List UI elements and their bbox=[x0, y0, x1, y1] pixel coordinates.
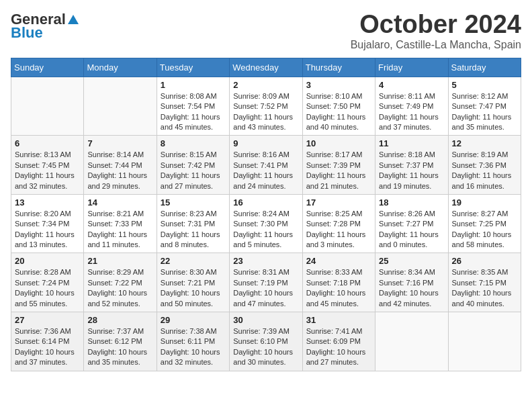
calendar-cell: 27Sunrise: 7:36 AM Sunset: 6:14 PM Dayli… bbox=[11, 312, 84, 371]
cell-info: Sunrise: 8:23 AM Sunset: 7:31 PM Dayligh… bbox=[161, 209, 226, 250]
calendar-cell: 21Sunrise: 8:29 AM Sunset: 7:22 PM Dayli… bbox=[84, 253, 157, 312]
day-number: 4 bbox=[379, 80, 444, 90]
calendar-cell bbox=[448, 312, 521, 371]
day-number: 3 bbox=[306, 80, 371, 90]
calendar-cell bbox=[84, 77, 157, 136]
location-title: Bujalaro, Castille-La Mancha, Spain bbox=[351, 39, 521, 51]
calendar-cell: 2Sunrise: 8:09 AM Sunset: 7:52 PM Daylig… bbox=[230, 77, 302, 136]
cell-info: Sunrise: 8:35 AM Sunset: 7:15 PM Dayligh… bbox=[452, 267, 517, 309]
calendar-cell: 17Sunrise: 8:25 AM Sunset: 7:28 PM Dayli… bbox=[302, 194, 375, 253]
day-number: 2 bbox=[233, 80, 298, 90]
cell-info: Sunrise: 8:09 AM Sunset: 7:52 PM Dayligh… bbox=[233, 91, 298, 133]
week-row-3: 13Sunrise: 8:20 AM Sunset: 7:34 PM Dayli… bbox=[11, 194, 521, 253]
weekday-header-friday: Friday bbox=[375, 58, 448, 77]
day-number: 22 bbox=[161, 256, 226, 266]
day-number: 1 bbox=[161, 80, 226, 90]
calendar-cell: 12Sunrise: 8:19 AM Sunset: 7:36 PM Dayli… bbox=[448, 136, 521, 195]
calendar-cell: 22Sunrise: 8:30 AM Sunset: 7:21 PM Dayli… bbox=[157, 253, 229, 312]
day-number: 13 bbox=[15, 197, 80, 208]
calendar-cell: 25Sunrise: 8:34 AM Sunset: 7:16 PM Dayli… bbox=[375, 253, 448, 312]
logo-arrow-icon bbox=[67, 13, 79, 26]
day-number: 10 bbox=[306, 138, 371, 148]
day-number: 23 bbox=[233, 256, 298, 266]
cell-info: Sunrise: 7:38 AM Sunset: 6:11 PM Dayligh… bbox=[161, 326, 226, 368]
cell-info: Sunrise: 8:34 AM Sunset: 7:16 PM Dayligh… bbox=[379, 267, 444, 309]
month-title: October 2024 bbox=[351, 11, 521, 39]
cell-info: Sunrise: 8:10 AM Sunset: 7:50 PM Dayligh… bbox=[306, 91, 371, 133]
calendar-cell: 31Sunrise: 7:41 AM Sunset: 6:09 PM Dayli… bbox=[302, 312, 375, 371]
week-row-4: 20Sunrise: 8:28 AM Sunset: 7:24 PM Dayli… bbox=[11, 253, 521, 312]
calendar-cell: 24Sunrise: 8:33 AM Sunset: 7:18 PM Dayli… bbox=[302, 253, 375, 312]
calendar-cell bbox=[11, 77, 84, 136]
weekday-header-row: SundayMondayTuesdayWednesdayThursdayFrid… bbox=[11, 58, 521, 77]
day-number: 17 bbox=[306, 197, 371, 208]
cell-info: Sunrise: 8:13 AM Sunset: 7:45 PM Dayligh… bbox=[15, 150, 80, 191]
calendar-cell: 9Sunrise: 8:16 AM Sunset: 7:41 PM Daylig… bbox=[230, 136, 302, 195]
logo-blue: Blue bbox=[11, 24, 43, 42]
calendar-cell: 13Sunrise: 8:20 AM Sunset: 7:34 PM Dayli… bbox=[11, 194, 84, 253]
day-number: 24 bbox=[306, 256, 371, 266]
calendar-cell: 29Sunrise: 7:38 AM Sunset: 6:11 PM Dayli… bbox=[157, 312, 229, 371]
calendar-cell: 20Sunrise: 8:28 AM Sunset: 7:24 PM Dayli… bbox=[11, 253, 84, 312]
calendar-cell: 5Sunrise: 8:12 AM Sunset: 7:47 PM Daylig… bbox=[448, 77, 521, 136]
day-number: 14 bbox=[87, 197, 152, 208]
calendar-cell: 3Sunrise: 8:10 AM Sunset: 7:50 PM Daylig… bbox=[302, 77, 375, 136]
weekday-header-wednesday: Wednesday bbox=[230, 58, 302, 77]
cell-info: Sunrise: 8:28 AM Sunset: 7:24 PM Dayligh… bbox=[15, 267, 80, 309]
cell-info: Sunrise: 8:14 AM Sunset: 7:44 PM Dayligh… bbox=[87, 150, 152, 191]
cell-info: Sunrise: 8:31 AM Sunset: 7:19 PM Dayligh… bbox=[233, 267, 298, 309]
day-number: 20 bbox=[15, 256, 80, 266]
weekday-header-saturday: Saturday bbox=[448, 58, 521, 77]
day-number: 11 bbox=[379, 138, 444, 148]
day-number: 18 bbox=[379, 197, 444, 208]
cell-info: Sunrise: 8:33 AM Sunset: 7:18 PM Dayligh… bbox=[306, 267, 371, 309]
day-number: 6 bbox=[15, 138, 80, 148]
day-number: 7 bbox=[87, 138, 152, 148]
calendar-cell: 7Sunrise: 8:14 AM Sunset: 7:44 PM Daylig… bbox=[84, 136, 157, 195]
cell-info: Sunrise: 8:24 AM Sunset: 7:30 PM Dayligh… bbox=[233, 209, 298, 250]
day-number: 27 bbox=[15, 315, 80, 325]
cell-info: Sunrise: 8:16 AM Sunset: 7:41 PM Dayligh… bbox=[233, 150, 298, 191]
cell-info: Sunrise: 8:12 AM Sunset: 7:47 PM Dayligh… bbox=[452, 91, 517, 133]
day-number: 5 bbox=[452, 80, 517, 90]
calendar-cell: 8Sunrise: 8:15 AM Sunset: 7:42 PM Daylig… bbox=[157, 136, 229, 195]
day-number: 30 bbox=[233, 315, 298, 325]
weekday-header-sunday: Sunday bbox=[11, 58, 84, 77]
header: General Blue October 2024 Bujalaro, Cast… bbox=[11, 11, 521, 51]
logo: General Blue bbox=[11, 11, 79, 42]
calendar-cell: 1Sunrise: 8:08 AM Sunset: 7:54 PM Daylig… bbox=[157, 77, 229, 136]
weekday-header-tuesday: Tuesday bbox=[157, 58, 229, 77]
calendar-cell: 30Sunrise: 7:39 AM Sunset: 6:10 PM Dayli… bbox=[230, 312, 302, 371]
cell-info: Sunrise: 8:15 AM Sunset: 7:42 PM Dayligh… bbox=[161, 150, 226, 191]
calendar-cell: 6Sunrise: 8:13 AM Sunset: 7:45 PM Daylig… bbox=[11, 136, 84, 195]
calendar-cell: 16Sunrise: 8:24 AM Sunset: 7:30 PM Dayli… bbox=[230, 194, 302, 253]
calendar-cell bbox=[375, 312, 448, 371]
weekday-header-monday: Monday bbox=[84, 58, 157, 77]
week-row-5: 27Sunrise: 7:36 AM Sunset: 6:14 PM Dayli… bbox=[11, 312, 521, 371]
calendar-cell: 18Sunrise: 8:26 AM Sunset: 7:27 PM Dayli… bbox=[375, 194, 448, 253]
day-number: 12 bbox=[452, 138, 517, 148]
calendar-cell: 11Sunrise: 8:18 AM Sunset: 7:37 PM Dayli… bbox=[375, 136, 448, 195]
day-number: 8 bbox=[161, 138, 226, 148]
day-number: 21 bbox=[87, 256, 152, 266]
cell-info: Sunrise: 7:37 AM Sunset: 6:12 PM Dayligh… bbox=[87, 326, 152, 368]
cell-info: Sunrise: 7:39 AM Sunset: 6:10 PM Dayligh… bbox=[233, 326, 298, 368]
cell-info: Sunrise: 8:08 AM Sunset: 7:54 PM Dayligh… bbox=[161, 91, 226, 133]
calendar-cell: 14Sunrise: 8:21 AM Sunset: 7:33 PM Dayli… bbox=[84, 194, 157, 253]
weekday-header-thursday: Thursday bbox=[302, 58, 375, 77]
calendar-cell: 26Sunrise: 8:35 AM Sunset: 7:15 PM Dayli… bbox=[448, 253, 521, 312]
day-number: 9 bbox=[233, 138, 298, 148]
week-row-2: 6Sunrise: 8:13 AM Sunset: 7:45 PM Daylig… bbox=[11, 136, 521, 195]
calendar-cell: 28Sunrise: 7:37 AM Sunset: 6:12 PM Dayli… bbox=[84, 312, 157, 371]
day-number: 19 bbox=[452, 197, 517, 208]
cell-info: Sunrise: 8:11 AM Sunset: 7:49 PM Dayligh… bbox=[379, 91, 444, 133]
cell-info: Sunrise: 7:36 AM Sunset: 6:14 PM Dayligh… bbox=[15, 326, 80, 368]
calendar-cell: 10Sunrise: 8:17 AM Sunset: 7:39 PM Dayli… bbox=[302, 136, 375, 195]
week-row-1: 1Sunrise: 8:08 AM Sunset: 7:54 PM Daylig… bbox=[11, 77, 521, 136]
svg-marker-0 bbox=[68, 15, 79, 24]
title-section: October 2024 Bujalaro, Castille-La Manch… bbox=[351, 11, 521, 51]
day-number: 15 bbox=[161, 197, 226, 208]
day-number: 16 bbox=[233, 197, 298, 208]
cell-info: Sunrise: 8:27 AM Sunset: 7:25 PM Dayligh… bbox=[452, 209, 517, 250]
cell-info: Sunrise: 8:19 AM Sunset: 7:36 PM Dayligh… bbox=[452, 150, 517, 191]
